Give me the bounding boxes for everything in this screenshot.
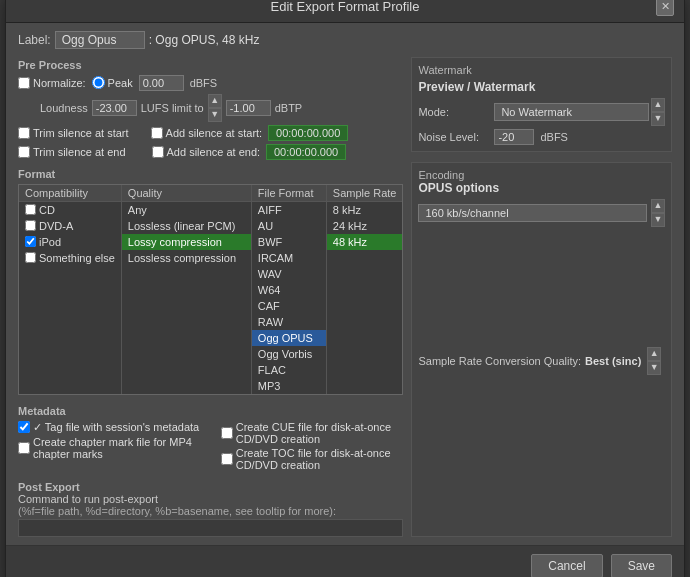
ff-mp3[interactable]: MP3 [252,378,326,394]
sr-48khz[interactable]: 48 kHz [327,234,403,250]
ff-ogopus[interactable]: Ogg OPUS [252,330,326,346]
tag-file-checkbox[interactable] [18,421,30,433]
cue-file-label[interactable]: Create CUE file for disk-at-once CD/DVD … [221,421,404,445]
compat-something[interactable]: Something else [19,250,121,266]
compat-ipod[interactable]: iPod [19,234,121,250]
normalize-checkbox-label[interactable]: Normalize: [18,77,86,89]
left-panel: Pre Process Normalize: Peak dBFS [18,57,403,537]
close-button[interactable]: ✕ [656,0,674,16]
meta-right-col: Create CUE file for disk-at-once CD/DVD … [221,421,404,471]
loudness-value[interactable] [92,100,137,116]
metadata-row: ✓ Tag file with session's metadata Creat… [18,421,403,471]
cue-file-checkbox[interactable] [221,427,233,439]
quality-lossless-comp[interactable]: Lossless compression [122,250,251,266]
quality-lossless-pcm[interactable]: Lossless (linear PCM) [122,218,251,234]
quality-any[interactable]: Any [122,202,251,218]
right-panel: Watermark Preview / Watermark Mode: No W… [411,57,672,537]
label-value: : Ogg OPUS, 48 kHz [149,33,260,47]
sample-rate-up[interactable]: ▲ [647,347,661,361]
loudness-label: Loudness [40,102,88,114]
compat-col-header: Compatibility [19,185,121,202]
add-start-checkbox[interactable] [151,127,163,139]
quality-col-header: Quality [122,185,251,202]
trim-end-label[interactable]: Trim silence at end [18,146,126,158]
dbfs-label: dBFS [190,77,218,89]
sample-rate-value: Best (sinc) [585,355,641,367]
samplerate-col-header: Sample Rate [327,185,403,202]
edit-export-dialog: Edit Export Format Profile ✕ Label: Ogg … [5,0,685,577]
ff-au[interactable]: AU [252,218,326,234]
trim-start-label[interactable]: Trim silence at start [18,127,129,139]
add-end-label[interactable]: Add silence at end: [152,146,261,158]
cue-label: Create CUE file for disk-at-once CD/DVD … [236,421,404,445]
ff-oggvorbis[interactable]: Ogg Vorbis [252,346,326,362]
tag-file-label[interactable]: ✓ Tag file with session's metadata [18,421,201,434]
add-start-label[interactable]: Add silence at start: [151,127,263,139]
trim-silence-row: Trim silence at start Add silence at sta… [18,125,403,141]
watermark-header: Watermark [418,64,665,76]
save-button[interactable]: Save [611,554,672,578]
bitrate-down[interactable]: ▼ [651,213,665,227]
title-bar: Edit Export Format Profile ✕ [6,0,684,23]
command-hint: (%f=file path, %d=directory, %b=basename… [18,505,403,517]
ff-wav[interactable]: WAV [252,266,326,282]
sample-rate-label: Sample Rate Conversion Quality: [418,355,581,367]
watermark-mode-down[interactable]: ▼ [651,112,665,126]
trim-start-checkbox[interactable] [18,127,30,139]
watermark-mode-up[interactable]: ▲ [651,98,665,112]
quality-lossy[interactable]: Lossy compression [122,234,251,250]
dialog-footer: Cancel Save [6,545,684,578]
sr-8khz[interactable]: 8 kHz [327,202,403,218]
fileformat-col: File Format AIFF AU BWF IRCAM WAV W64 CA… [252,185,327,394]
lufs-up-btn[interactable]: ▲ [208,94,222,108]
watermark-noise-unit: dBFS [540,131,568,143]
tag-label: ✓ Tag file with session's metadata [33,421,199,434]
command-input[interactable] [18,519,403,537]
peak-radio-label[interactable]: Peak [92,76,133,89]
lufs-down-btn[interactable]: ▼ [208,108,222,122]
samplerate-col: Sample Rate 8 kHz 24 kHz 48 kHz [327,185,403,394]
watermark-noise-value[interactable] [494,129,534,145]
peak-value[interactable] [139,75,184,91]
metadata-header: Metadata [18,405,403,417]
sample-rate-down[interactable]: ▼ [647,361,661,375]
post-export-section: Post Export Command to run post-export (… [18,479,403,537]
ff-w64[interactable]: W64 [252,282,326,298]
format-lists: Compatibility CD DVD-A iPod Something el… [18,184,403,395]
toc-file-label[interactable]: Create TOC file for disk-at-once CD/DVD … [221,447,404,471]
toc-file-checkbox[interactable] [221,453,233,465]
preprocess-header: Pre Process [18,59,403,71]
time-start-input[interactable] [268,125,348,141]
watermark-noise-label: Noise Level: [418,131,488,143]
ff-caf[interactable]: CAF [252,298,326,314]
format-header: Format [18,168,403,180]
bitrate-up[interactable]: ▲ [651,199,665,213]
main-content: Pre Process Normalize: Peak dBFS [18,57,672,537]
peak-label: Peak [108,77,133,89]
sr-24khz[interactable]: 24 kHz [327,218,403,234]
command-label: Command to run post-export [18,493,403,505]
watermark-mode-value[interactable]: No Watermark [494,103,649,121]
ff-flac[interactable]: FLAC [252,362,326,378]
lufs-value[interactable] [226,100,271,116]
trim-end-checkbox[interactable] [18,146,30,158]
peak-radio[interactable] [92,76,105,89]
ff-raw[interactable]: RAW [252,314,326,330]
ff-aiff[interactable]: AIFF [252,202,326,218]
compat-cd[interactable]: CD [19,202,121,218]
normalize-checkbox[interactable] [18,77,30,89]
ff-ircam[interactable]: IRCAM [252,250,326,266]
lufs-label: LUFS limit to [141,102,204,114]
sample-rate-row: Sample Rate Conversion Quality: Best (si… [418,347,665,375]
bitrate-value[interactable]: 160 kb/s/channel [418,204,647,222]
chapter-mark-label[interactable]: Create chapter mark file for MP4 chapter… [18,436,201,460]
watermark-mode-label: Mode: [418,106,488,118]
chapter-mark-checkbox[interactable] [18,442,30,454]
add-end-checkbox[interactable] [152,146,164,158]
quality-col: Quality Any Lossless (linear PCM) Lossy … [122,185,252,394]
time-end-input[interactable] [266,144,346,160]
ff-bwf[interactable]: BWF [252,234,326,250]
cancel-button[interactable]: Cancel [531,554,602,578]
compat-dvda[interactable]: DVD-A [19,218,121,234]
chapter-label: Create chapter mark file for MP4 chapter… [33,436,201,460]
